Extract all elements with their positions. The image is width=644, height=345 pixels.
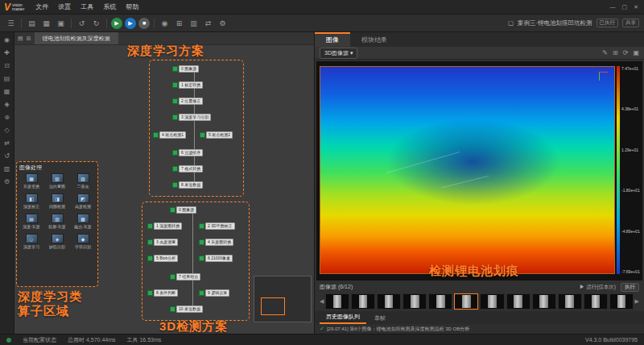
measure-icon[interactable]: ◈ (4, 101, 9, 109)
image-thumbnail[interactable] (428, 293, 452, 310)
run-once-button[interactable]: ▶ (125, 18, 136, 29)
new-solution-icon[interactable]: ▤ (26, 17, 38, 29)
menu-icon[interactable]: ☰ (5, 17, 17, 29)
operator-item[interactable]: ▨二值化 (71, 173, 95, 189)
save-solution-icon[interactable]: ▣ (55, 17, 67, 29)
next-image-icon[interactable]: ▶ (635, 298, 639, 305)
flow-canvas[interactable]: ▤ ⊞ 锂电池划痕检测及深度检测 深度学习方案 深度学习类 算子区域 3D检测方… (14, 32, 314, 334)
image-process-icon[interactable]: ▦ (4, 88, 10, 96)
flow-node[interactable]: 7 结果组合 (170, 273, 200, 281)
flow-node[interactable]: 2 3D平面校正 (199, 222, 235, 230)
calibration-icon[interactable]: ⊕ (4, 114, 10, 122)
minimap[interactable] (254, 276, 312, 322)
flow-node[interactable]: 8 发送数据 (172, 181, 203, 189)
operator-item[interactable]: ▦灰度变换 (19, 173, 43, 189)
flow-node[interactable]: 6 过滤排序 (172, 149, 203, 156)
stop-button[interactable]: ■ (138, 18, 150, 29)
redo-icon[interactable]: ↻ (90, 17, 102, 29)
module-list-icon[interactable]: ▤ (4, 75, 10, 83)
settings-icon[interactable]: ⚙ (217, 17, 229, 29)
flow-node[interactable]: 10 发送数据 (170, 306, 203, 313)
operator-item[interactable]: ◧深度校正 (19, 193, 43, 209)
tab-module-results[interactable]: 模块结果 (350, 32, 398, 47)
flow-node[interactable]: 1 深度图转换 (147, 222, 182, 230)
flow-node[interactable]: 9 逻辑运算 (199, 289, 229, 297)
share-badge[interactable]: 共享 (622, 19, 639, 27)
flow-tab[interactable]: 锂电池划痕检测及深度检测 (35, 32, 118, 44)
run-once-control[interactable]: ▶ 运行(仅本次) (580, 284, 616, 291)
flow-node[interactable]: 5 斑点检测2 (200, 131, 233, 139)
operator-item[interactable]: ▤深度-灰度 (19, 214, 43, 229)
menu-file[interactable]: 文件 (31, 2, 53, 11)
menu-tools[interactable]: 工具 (76, 2, 98, 11)
refresh-icon[interactable]: ⟳ (623, 49, 629, 56)
grid-view-icon[interactable]: ⊞ (173, 17, 185, 29)
tab-image[interactable]: 图像 (315, 32, 350, 47)
edit-icon[interactable]: ✎ (602, 49, 608, 56)
zoom-icon[interactable]: ◉ (4, 36, 10, 44)
flow-node[interactable]: 4 斑点检测1 (153, 131, 186, 139)
image-thumbnail[interactable] (402, 293, 427, 310)
operator-item[interactable]: ▩融合-灰度 (71, 214, 95, 229)
menu-system[interactable]: 系统 (98, 2, 121, 11)
flow-node[interactable]: 1 标定转换 (172, 81, 203, 89)
undo-icon[interactable]: ↺ (76, 17, 88, 29)
flow-node[interactable]: 0 图像源 (172, 65, 199, 73)
fit-view-icon[interactable]: ⊡ (4, 62, 10, 70)
camera-icon[interactable]: ◉ (159, 17, 171, 29)
image-source-select[interactable]: 3D图像源 ▾ (320, 48, 357, 59)
solution-name[interactable]: 案例三·锂电池划痕凹坑检测 (518, 19, 592, 27)
minimap-viewport[interactable] (261, 297, 285, 315)
depth-heatmap-image[interactable] (320, 66, 615, 274)
flow-node[interactable]: 3 高度测量 (147, 239, 178, 246)
operator-item[interactable]: ◇深度学习 (19, 234, 43, 249)
layout-icon[interactable]: ▥ (188, 17, 200, 29)
flow-node[interactable]: 0 图像源 (170, 206, 196, 214)
image-thumbnail[interactable] (506, 293, 530, 310)
prev-image-icon[interactable]: ◀ (320, 298, 324, 305)
operator-item[interactable]: ▥轮廓-灰度 (45, 214, 69, 229)
settings-icon[interactable]: ⚙ (4, 178, 10, 186)
layers-icon[interactable]: ▥ (4, 165, 10, 173)
image-thumbnail[interactable] (480, 293, 504, 310)
flow-node[interactable]: 6 21000像素 (199, 255, 233, 262)
compare-icon[interactable]: ⇄ (202, 17, 214, 29)
image-thumbnail[interactable] (584, 293, 608, 310)
open-solution-icon[interactable]: ▦ (40, 17, 52, 29)
image-thumbnail[interactable] (609, 293, 634, 310)
tile-view-icon[interactable]: ⊞ (27, 35, 31, 42)
close-icon[interactable]: ✕ (634, 4, 638, 10)
operator-panel-title[interactable]: 图像处理 (19, 164, 95, 172)
image-thumbnail[interactable] (558, 293, 582, 310)
deep-learning-icon[interactable]: ◇ (4, 127, 9, 135)
communication-icon[interactable]: ⇄ (4, 139, 10, 148)
pan-icon[interactable]: ✚ (4, 49, 10, 57)
execute-button[interactable]: 执行 (621, 283, 639, 292)
image-thumbnail[interactable] (325, 293, 349, 310)
operator-item[interactable]: ◆字符识别 (71, 234, 95, 249)
fit-image-icon[interactable]: ⊞ (613, 49, 618, 56)
operator-item[interactable]: ◩高度检测 (71, 193, 95, 209)
tree-view-icon[interactable]: ▤ (18, 35, 23, 42)
menu-settings[interactable]: 设置 (53, 2, 76, 11)
flow-node[interactable]: 5 Blob分析 (147, 255, 178, 262)
fullscreen-icon[interactable]: ▣ (633, 49, 639, 56)
operator-item[interactable]: ◨间隙检测 (45, 193, 69, 209)
image-thumbnail[interactable] (377, 293, 401, 310)
operator-item[interactable]: ▧法向量图 (45, 173, 69, 189)
operator-item[interactable]: ◈缺陷分割 (45, 234, 69, 249)
image-viewer[interactable]: 7.47e+01 4.38e+01 1.29e+01 -1.80e+01 -4.… (316, 61, 642, 281)
image-thumbnail[interactable] (532, 293, 556, 310)
run-all-button[interactable]: ▶ (111, 18, 122, 29)
flow-node[interactable]: 7 格式转换 (172, 165, 203, 172)
flow-node[interactable]: 4 灰度图转换 (199, 239, 233, 246)
history-icon[interactable]: ↺ (4, 152, 10, 160)
flow-node[interactable]: 8 条件判断 (147, 289, 178, 297)
maximize-icon[interactable]: ▢ (622, 4, 628, 10)
image-thumbnail[interactable] (351, 293, 375, 310)
image-thumbnail-selected[interactable] (454, 293, 478, 310)
menu-help[interactable]: 帮助 (121, 2, 143, 11)
flow-node[interactable]: 2 位置修正 (172, 98, 203, 105)
minimize-icon[interactable]: — (610, 4, 616, 10)
tab-single-frame[interactable]: 单帧 (368, 313, 392, 324)
